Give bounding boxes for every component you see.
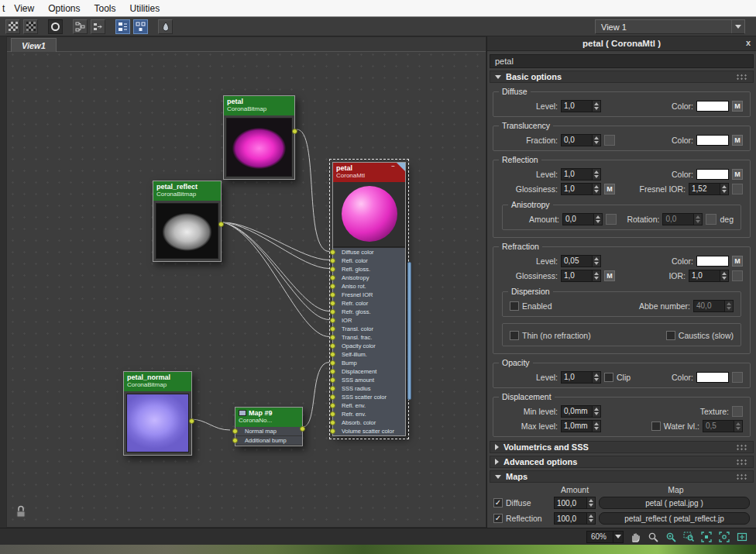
diffuse-color-swatch[interactable] [696,101,729,112]
water-level-spinner[interactable]: 0,5 [703,420,743,432]
wire-bump[interactable] [303,363,329,428]
rotation-map-slot[interactable] [706,214,716,225]
output-port[interactable] [300,426,305,432]
refraction-level-spinner[interactable]: 0,05 [561,255,601,267]
move-children-button[interactable] [91,19,105,34]
refraction-gloss-map-button[interactable]: M [604,270,615,281]
reflection-level-spinner[interactable]: 1,0 [561,168,601,181]
output-port[interactable] [218,222,224,227]
input-port[interactable] [330,403,335,408]
tab-view1[interactable]: View1 [11,38,57,52]
show-shaded-material-button[interactable] [48,19,63,34]
rotation-spinner[interactable]: 0,0 [662,213,703,225]
fraction-spinner[interactable]: 0,0 [561,134,601,146]
rollout-advanced-options[interactable]: Advanced options [490,456,754,468]
menu-item-tools[interactable]: Tools [88,2,123,15]
output-port[interactable] [292,129,297,134]
wire-refr-gloss[interactable] [223,222,329,311]
zoom-extents-selected-icon[interactable] [718,531,730,543]
ior-spinner[interactable]: 1,0 [689,270,729,282]
input-port[interactable] [330,292,335,298]
reflection-map-button[interactable]: M [732,169,743,180]
delete-selected-button[interactable] [5,19,20,34]
layout-children-button[interactable] [133,19,148,34]
minimize-icon[interactable]: − [391,163,395,170]
fresnel-spinner[interactable]: 1,52 [689,183,729,195]
input-port[interactable] [330,411,335,417]
zoom-combo-arrow[interactable] [613,532,623,542]
close-icon[interactable]: x [746,38,751,47]
input-port[interactable] [330,428,335,434]
node-view-canvas[interactable]: View1 petal CoronaBitmap petal_reflect [6,36,486,528]
layout-all-button[interactable] [115,19,130,34]
drag-grip-icon[interactable] [736,444,748,451]
wire-normal-map[interactable] [191,419,230,430]
diffuse-amount-spinner[interactable]: 100,0 [554,497,596,509]
input-port[interactable] [330,377,335,383]
reflection-map-slot-button[interactable]: petal_reflect ( petal_reflect.jp [599,512,750,525]
input-port[interactable] [330,309,335,315]
pick-material-button[interactable] [158,19,173,34]
refraction-map-button[interactable]: M [732,256,743,267]
input-port[interactable] [330,420,335,425]
menu-item-options[interactable]: Options [41,2,87,15]
wire-refl-gloss[interactable] [223,222,329,269]
translucency-color-swatch[interactable] [696,135,729,146]
node-resize-handle[interactable] [407,262,411,400]
thin-checkbox[interactable] [510,331,519,340]
input-port[interactable] [330,275,335,280]
input-port[interactable] [330,369,335,374]
input-port[interactable] [330,267,335,272]
combo-arrow-button[interactable] [731,20,744,33]
reflection-amount-spinner[interactable]: 100,0 [554,512,596,525]
dispersion-enabled-checkbox[interactable] [510,301,519,311]
drag-grip-icon[interactable] [736,74,748,81]
node-map9[interactable]: Map #9 CoronaNo... Normal map Additional… [235,407,303,446]
opacity-level-spinner[interactable]: 1,0 [561,371,601,384]
input-port[interactable] [330,360,335,366]
opacity-map-slot[interactable] [732,372,743,383]
pan-hand-icon[interactable] [629,531,641,543]
anisotropy-map-slot[interactable] [606,214,617,225]
max-level-spinner[interactable]: 1,0mm [561,420,601,432]
hide-unused-slots-button[interactable] [23,19,38,34]
refraction-color-swatch[interactable] [696,256,729,267]
diffuse-level-spinner[interactable]: 1,0 [561,100,601,112]
input-port[interactable] [330,258,335,263]
menu-item-view[interactable]: View [7,2,41,15]
menu-item-utilities[interactable]: Utilities [123,2,167,15]
zoom-plus-icon[interactable] [665,531,677,543]
node-petal-normal-bitmap[interactable]: petal_normal CoronaBitmap [123,371,192,456]
input-port[interactable] [330,394,335,400]
clip-checkbox[interactable] [604,373,613,382]
refraction-gloss-spinner[interactable]: 1,0 [561,270,601,282]
lock-icon[interactable] [15,504,27,518]
input-port[interactable] [330,352,335,357]
input-port[interactable] [330,284,335,289]
drag-grip-icon[interactable] [736,473,748,480]
anisotropy-amount-spinner[interactable]: 0,0 [562,213,603,225]
zoom-extents-icon[interactable] [700,531,713,543]
reflection-color-swatch[interactable] [696,169,729,180]
drag-grip-icon[interactable] [736,459,748,466]
show-children-button[interactable] [73,19,88,34]
node-petal-bitmap[interactable]: petal CoronaBitmap [223,95,295,180]
pan-zoom-mode-icon[interactable] [736,531,748,543]
fresnel-map-slot[interactable] [732,184,743,194]
wire-transl[interactable] [223,222,329,337]
zoom-level-combo[interactable]: 60% [586,531,624,543]
rollout-volumetrics[interactable]: Volumetrics and SSS [490,441,754,453]
water-level-checkbox[interactable] [651,422,661,431]
displacement-texture-slot[interactable] [732,406,743,417]
reflection-map-checkbox[interactable]: ✓ [493,514,503,523]
glossiness-spinner[interactable]: 1,0 [561,183,601,195]
min-level-spinner[interactable]: 0,0mm [561,405,601,418]
abbe-spinner[interactable]: 40,0 [693,300,734,312]
material-name-input[interactable]: petal [490,54,754,68]
ior-map-slot[interactable] [732,270,743,281]
input-port[interactable] [330,386,335,391]
diffuse-map-slot-button[interactable]: petal ( petal.jpg ) [599,497,750,509]
input-port[interactable] [330,318,335,323]
caustics-checkbox[interactable] [666,331,675,340]
wire-diffuse[interactable] [297,129,329,252]
